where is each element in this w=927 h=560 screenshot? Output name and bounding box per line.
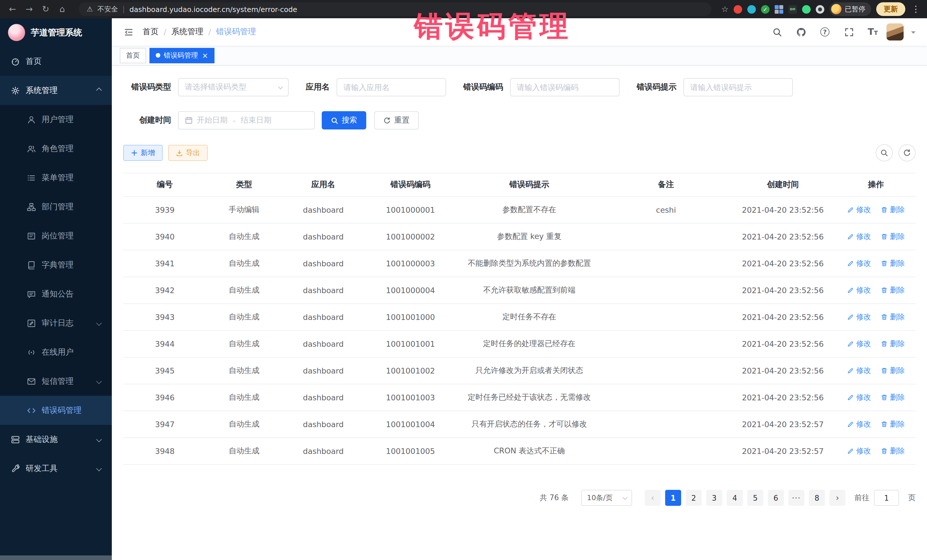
edit-link[interactable]: 修改 bbox=[847, 446, 871, 456]
next-page-button[interactable]: › bbox=[830, 490, 845, 506]
search-button[interactable]: 搜索 bbox=[322, 111, 366, 129]
edit-link[interactable]: 修改 bbox=[847, 419, 871, 429]
help-icon[interactable]: ? bbox=[815, 18, 835, 46]
error-type-select[interactable]: 请选择错误码类型 bbox=[178, 78, 289, 96]
delete-link[interactable]: 删除 bbox=[881, 312, 905, 322]
browser-update-button[interactable]: 更新 bbox=[876, 2, 905, 16]
breadcrumb-item[interactable]: 系统管理 bbox=[172, 27, 204, 37]
browser-refresh-icon[interactable]: ↻ bbox=[40, 3, 51, 15]
page-button[interactable]: 1 bbox=[665, 490, 681, 506]
sidebar-item[interactable]: 角色管理 bbox=[0, 134, 112, 163]
page-button[interactable]: 3 bbox=[706, 490, 722, 506]
delete-link[interactable]: 删除 bbox=[881, 446, 905, 456]
github-icon[interactable] bbox=[791, 18, 811, 46]
browser-profile-chip[interactable]: 已暂停 bbox=[830, 2, 871, 16]
sidebar-item[interactable]: 通知公告 bbox=[0, 279, 112, 308]
page-button[interactable]: ··· bbox=[789, 490, 804, 506]
extension-icon-red[interactable] bbox=[734, 5, 742, 14]
browser-home-icon[interactable]: ⌂ bbox=[56, 3, 68, 15]
sidebar-item[interactable]: 在线用户 bbox=[0, 338, 112, 367]
toggle-search-button[interactable] bbox=[876, 144, 893, 161]
search-icon bbox=[331, 117, 338, 124]
sidebar-item[interactable]: 基础设施 bbox=[0, 425, 112, 454]
extension-icon-teal[interactable] bbox=[747, 5, 756, 14]
delete-link[interactable]: 删除 bbox=[881, 339, 905, 349]
page-button[interactable]: 4 bbox=[727, 490, 743, 506]
delete-link[interactable]: 删除 bbox=[881, 285, 905, 295]
sidebar-item[interactable]: 部门管理 bbox=[0, 192, 112, 221]
sidebar-item[interactable]: 菜单管理 bbox=[0, 163, 112, 192]
menu-item-icon bbox=[11, 464, 20, 473]
error-code-input[interactable] bbox=[510, 78, 620, 96]
sidebar-collapse-bar[interactable] bbox=[0, 555, 112, 560]
error-msg-input[interactable] bbox=[684, 78, 793, 96]
sidebar-item[interactable]: 岗位管理 bbox=[0, 221, 112, 250]
app-name-input[interactable] bbox=[337, 78, 446, 96]
sidebar-item[interactable]: 短信管理 bbox=[0, 367, 112, 396]
sidebar-item[interactable]: 字典管理 bbox=[0, 250, 112, 279]
extension-icon-on[interactable]: on bbox=[789, 5, 797, 14]
page-button[interactable]: 6 bbox=[768, 490, 784, 506]
app-logo[interactable]: 芋道管理系统 bbox=[0, 18, 112, 47]
delete-link[interactable]: 删除 bbox=[881, 258, 905, 269]
sidebar-toggle-icon[interactable] bbox=[121, 24, 136, 39]
edit-link[interactable]: 修改 bbox=[847, 339, 871, 349]
refresh-table-button[interactable] bbox=[898, 144, 916, 161]
sidebar-item[interactable]: 用户管理 bbox=[0, 105, 112, 134]
edit-link[interactable]: 修改 bbox=[847, 392, 871, 403]
delete-link[interactable]: 删除 bbox=[881, 366, 905, 376]
browser-back-icon[interactable]: ← bbox=[7, 3, 18, 15]
browser-menu-icon[interactable]: ⋮ bbox=[912, 4, 920, 14]
user-avatar[interactable] bbox=[886, 23, 904, 41]
sidebar-item[interactable]: 错误码管理 bbox=[0, 396, 112, 425]
edit-link[interactable]: 修改 bbox=[847, 205, 871, 215]
menu-item-label: 通知公告 bbox=[42, 289, 74, 299]
sidebar-item[interactable]: 研发工具 bbox=[0, 454, 112, 483]
page-size-select[interactable]: 10条/页 bbox=[581, 490, 632, 506]
page-button[interactable]: 5 bbox=[747, 490, 763, 506]
extension-icon-check[interactable]: ✓ bbox=[761, 5, 769, 14]
chevron-icon bbox=[96, 88, 102, 93]
extensions-puzzle-icon[interactable] bbox=[775, 5, 783, 14]
cell-memo bbox=[603, 357, 729, 384]
sidebar-item[interactable]: 系统管理 bbox=[0, 76, 112, 105]
sidebar-item[interactable]: 审计日志 bbox=[0, 308, 112, 338]
cell-id: 3946 bbox=[123, 384, 207, 411]
edit-link[interactable]: 修改 bbox=[847, 258, 871, 269]
breadcrumb-item[interactable]: 错误码管理 bbox=[216, 27, 256, 37]
delete-link[interactable]: 删除 bbox=[881, 205, 905, 215]
cell-time: 2021-04-20 23:52:56 bbox=[729, 277, 836, 304]
delete-link[interactable]: 删除 bbox=[881, 232, 905, 242]
sidebar-item[interactable]: 首页 bbox=[0, 47, 112, 76]
font-size-icon[interactable]: TT bbox=[863, 18, 883, 46]
delete-link[interactable]: 删除 bbox=[881, 392, 905, 403]
address-bar[interactable]: ⚠ 不安全 | dashboard.yudao.iocoder.cn/syste… bbox=[79, 2, 712, 16]
date-range-picker[interactable]: 开始日期 - 结束日期 bbox=[178, 111, 315, 129]
fullscreen-icon[interactable] bbox=[839, 18, 859, 46]
page-button[interactable]: 2 bbox=[686, 490, 702, 506]
edit-link[interactable]: 修改 bbox=[847, 366, 871, 376]
page-button[interactable]: 8 bbox=[809, 490, 825, 506]
breadcrumb-item[interactable]: 首页 bbox=[143, 27, 159, 37]
bookmark-star-icon[interactable]: ☆ bbox=[721, 5, 728, 14]
cell-msg: 只允许修改为开启或者关闭状态 bbox=[456, 357, 603, 384]
extension-icon-green[interactable] bbox=[802, 5, 811, 14]
edit-link[interactable]: 修改 bbox=[847, 312, 871, 322]
add-button[interactable]: + 新增 bbox=[123, 145, 162, 161]
export-button[interactable]: 导出 bbox=[168, 145, 207, 161]
view-tab[interactable]: 错误码管理 × bbox=[149, 48, 214, 63]
tab-close-icon[interactable]: × bbox=[202, 52, 208, 59]
reset-button[interactable]: 重置 bbox=[374, 111, 419, 129]
extension-icon-paw[interactable] bbox=[816, 5, 824, 14]
prev-page-button[interactable]: ‹ bbox=[644, 490, 661, 506]
delete-link[interactable]: 删除 bbox=[881, 419, 905, 429]
browser-forward-icon[interactable]: → bbox=[23, 3, 35, 15]
search-icon[interactable] bbox=[767, 18, 787, 46]
table-row: 3946 自动生成 dashboard 1001001003 定时任务已经处于该… bbox=[123, 384, 916, 411]
view-tab[interactable]: 首页 bbox=[120, 48, 146, 63]
edit-link[interactable]: 修改 bbox=[847, 285, 871, 295]
pencil-icon bbox=[847, 340, 854, 347]
edit-link[interactable]: 修改 bbox=[847, 232, 871, 242]
table-header-row: 编号类型应用名错误码编码错误码提示备注创建时间操作 bbox=[123, 173, 916, 196]
jump-page-input[interactable] bbox=[874, 490, 899, 506]
